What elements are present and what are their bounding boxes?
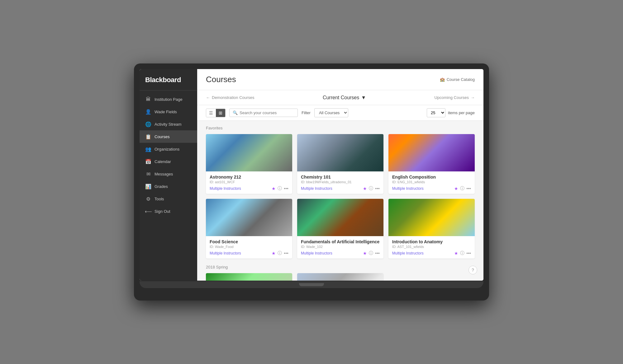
sidebar: Blackboard 🏛 Institution Page 👤 Wade Fie… xyxy=(140,69,197,281)
sidebar-item-grades[interactable]: 📊 Grades xyxy=(140,180,197,193)
course-actions: ★ ⓘ ••• xyxy=(454,186,471,191)
info-icon[interactable]: ⓘ xyxy=(369,250,373,256)
tab-next[interactable]: Upcoming Courses → xyxy=(434,95,475,100)
sidebar-item-institution-page[interactable]: 🏛 Institution Page xyxy=(140,93,197,105)
course-name: Food Science xyxy=(210,239,288,244)
info-icon[interactable]: ⓘ xyxy=(460,186,464,191)
course-image xyxy=(206,273,292,281)
favorite-icon[interactable]: ★ xyxy=(272,251,276,256)
instructors-link[interactable]: Multiple Instructors xyxy=(301,251,332,255)
help-button[interactable]: ? xyxy=(468,266,477,274)
organizations-icon: 👥 xyxy=(145,146,151,152)
course-info: Introduction to Anatomy ID: AST_101_wfie… xyxy=(388,236,475,259)
course-id: ID: ast101_WCF xyxy=(210,180,288,184)
sidebar-item-label: Organizations xyxy=(155,147,179,152)
favorite-icon[interactable]: ★ xyxy=(363,186,367,191)
course-image xyxy=(388,199,475,236)
favorite-icon[interactable]: ★ xyxy=(272,186,276,191)
course-footer: Multiple Instructors ★ ⓘ ••• xyxy=(392,250,471,256)
favorite-icon[interactable]: ★ xyxy=(454,251,458,256)
course-catalog-link[interactable]: 🏫 Course Catalog xyxy=(440,77,475,82)
arrow-left-icon: ← xyxy=(206,95,210,100)
course-id: ID: bbw19WFields_ultrademo_01 xyxy=(301,180,380,184)
sidebar-item-messages[interactable]: ✉ Messages xyxy=(140,168,197,180)
sidebar-item-calendar[interactable]: 📅 Calendar xyxy=(140,155,197,168)
sidebar-item-label: Tools xyxy=(155,197,164,201)
info-icon[interactable]: ⓘ xyxy=(278,250,282,256)
instructors-link[interactable]: Multiple Instructors xyxy=(210,251,241,255)
sidebar-item-organizations[interactable]: 👥 Organizations xyxy=(140,143,197,155)
course-name: Astronomy 212 xyxy=(210,175,288,180)
favorite-icon[interactable]: ★ xyxy=(363,251,367,256)
activity-stream-icon: 🌐 xyxy=(145,121,151,127)
course-image xyxy=(206,134,292,171)
grid-view-button[interactable]: ⊞ xyxy=(216,109,225,117)
sign-out-icon: ⟵ xyxy=(145,208,151,214)
course-actions: ★ ⓘ ••• xyxy=(363,186,380,191)
more-options-icon[interactable]: ••• xyxy=(284,186,288,191)
info-icon[interactable]: ⓘ xyxy=(369,186,373,191)
filter-select[interactable]: All Courses xyxy=(314,108,348,117)
favorite-icon[interactable]: ★ xyxy=(454,186,458,191)
search-input[interactable] xyxy=(240,110,294,115)
course-footer: Multiple Instructors ★ ⓘ ••• xyxy=(301,186,380,191)
tab-current[interactable]: Current Courses ▼ xyxy=(323,95,366,100)
course-info: Fundamentals of Artificial Intelligence … xyxy=(297,236,383,259)
grades-icon: 📊 xyxy=(145,183,151,189)
course-actions: ★ ⓘ ••• xyxy=(363,250,380,256)
course-footer: Multiple Instructors ★ ⓘ ••• xyxy=(301,250,380,256)
course-card: Spring Course 2 ID: spring_02 Multiple I… xyxy=(297,273,383,281)
course-id: ID: ENG_101_wfields xyxy=(392,180,471,184)
course-footer: Multiple Instructors ★ ⓘ ••• xyxy=(210,186,288,191)
more-options-icon[interactable]: ••• xyxy=(466,251,471,256)
course-name: Fundamentals of Artificial Intelligence xyxy=(301,239,380,244)
items-per-page: 25 50 100 items per page xyxy=(427,108,475,117)
info-icon[interactable]: ⓘ xyxy=(278,186,282,191)
more-options-icon[interactable]: ••• xyxy=(466,186,471,191)
course-card: Spring Course 1 ID: spring_01 Multiple I… xyxy=(206,273,292,281)
course-card: Introduction to Anatomy ID: AST_101_wfie… xyxy=(388,199,475,259)
course-footer: Multiple Instructors ★ ⓘ ••• xyxy=(210,250,288,256)
course-image xyxy=(388,134,475,171)
section-label: 2018 Spring xyxy=(206,265,475,269)
page-title: Courses xyxy=(206,75,236,84)
courses-grid: Astronomy 212 ID: ast101_WCF Multiple In… xyxy=(206,134,475,259)
sidebar-nav: 🏛 Institution Page 👤 Wade Fields 🌐 Activ… xyxy=(140,91,197,281)
tab-prev[interactable]: ← Demonstration Courses xyxy=(206,95,254,100)
tabs-nav: ← Demonstration Courses Current Courses … xyxy=(197,90,483,105)
items-per-page-select[interactable]: 25 50 100 xyxy=(427,108,445,117)
course-actions: ★ ⓘ ••• xyxy=(272,250,288,256)
more-options-icon[interactable]: ••• xyxy=(284,251,288,256)
course-section: Favorites Astronomy 212 ID: ast101_WCF M… xyxy=(206,126,475,259)
sidebar-item-activity-stream[interactable]: 🌐 Activity Stream xyxy=(140,118,197,130)
instructors-link[interactable]: Multiple Instructors xyxy=(210,186,241,191)
catalog-label: Course Catalog xyxy=(447,77,475,82)
sidebar-item-label: Calendar xyxy=(155,159,171,164)
course-name: Chemistry 101 xyxy=(301,175,380,180)
info-icon[interactable]: ⓘ xyxy=(460,250,464,256)
section-label: Favorites xyxy=(206,126,475,130)
course-name: Introduction to Anatomy xyxy=(392,239,471,244)
course-info: Astronomy 212 ID: ast101_WCF Multiple In… xyxy=(206,171,292,194)
more-options-icon[interactable]: ••• xyxy=(375,251,380,256)
course-card: Chemistry 101 ID: bbw19WFields_ultrademo… xyxy=(297,134,383,194)
main-content: Courses 🏫 Course Catalog ← Demonstration… xyxy=(197,69,483,281)
courses-icon: 📋 xyxy=(145,133,151,140)
sidebar-item-courses[interactable]: 📋 Courses xyxy=(140,130,197,143)
arrow-right-icon: → xyxy=(471,95,475,100)
sidebar-item-wade-fields[interactable]: 👤 Wade Fields xyxy=(140,105,197,118)
tools-icon: ⚙ xyxy=(145,196,151,202)
sidebar-item-sign-out[interactable]: ⟵ Sign Out xyxy=(140,205,197,217)
instructors-link[interactable]: Multiple Instructors xyxy=(392,186,424,191)
instructors-link[interactable]: Multiple Instructors xyxy=(301,186,332,191)
course-card: Food Science ID: Wade_Food Multiple Inst… xyxy=(206,199,292,259)
institution-page-icon: 🏛 xyxy=(145,96,151,102)
search-box: 🔍 xyxy=(229,109,298,117)
sidebar-item-tools[interactable]: ⚙ Tools xyxy=(140,193,197,205)
list-view-button[interactable]: ☰ xyxy=(206,109,216,117)
more-options-icon[interactable]: ••• xyxy=(375,186,380,191)
course-actions: ★ ⓘ ••• xyxy=(454,250,471,256)
course-id: ID: Wade_102 xyxy=(301,245,380,249)
instructors-link[interactable]: Multiple Instructors xyxy=(392,251,424,255)
content-area: Favorites Astronomy 212 ID: ast101_WCF M… xyxy=(197,121,483,281)
